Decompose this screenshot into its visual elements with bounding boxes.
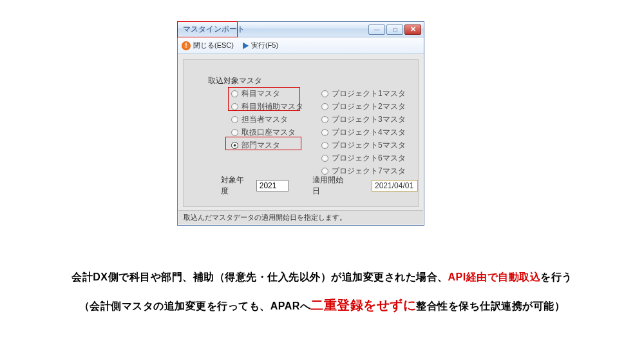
radio-icon [231,103,238,110]
radio-bumon[interactable]: 部門マスタ [231,140,303,151]
radio-label: プロジェクト4マスタ [332,127,406,138]
radio-toriatsukai[interactable]: 取扱口座マスタ [231,127,303,138]
radio-label: プロジェクト6マスタ [332,153,406,164]
caption-2a: （会計側マスタの追加変更を行っても、APARへ [79,300,311,311]
close-esc-icon: ! [182,41,191,50]
client-area: 取込対象マスタ 科目マスタ 科目別補助マスタ 担当者マスタ 取扱口座マスタ 部門… [183,59,419,207]
radio-label: 科目マスタ [242,88,280,99]
radio-group-left: 科目マスタ 科目別補助マスタ 担当者マスタ 取扱口座マスタ 部門マスタ [231,88,303,151]
radio-icon [321,129,328,136]
radio-icon [231,116,238,123]
toolbar: ! 閉じる(ESC) 実行(F5) [178,37,424,54]
radio-icon [231,129,238,136]
caption-2b: 二重登録をせずに [310,298,416,312]
year-label: 対象年度 [221,175,251,197]
minimize-button[interactable]: — [368,25,385,35]
close-button[interactable]: ! 閉じる(ESC) [182,41,234,50]
radio-project2[interactable]: プロジェクト2マスタ [321,101,406,112]
radio-label: 取扱口座マスタ [242,127,296,138]
caption-line-1: 会計DX側で科目や部門、補助（得意先・仕入先以外）が追加変更された場合、API経… [0,271,644,284]
radio-label: 担当者マスタ [242,114,288,125]
radio-project3[interactable]: プロジェクト3マスタ [321,114,406,125]
master-import-dialog: マスタインポート — ◻ ✕ ! 閉じる(ESC) 実行(F5) 取込対象マスタ… [177,21,424,226]
radio-icon [321,142,328,149]
status-text: 取込んだマスタデータの適用開始日を指定します。 [184,213,346,222]
radio-project4[interactable]: プロジェクト4マスタ [321,127,406,138]
close-label: 閉じる(ESC) [193,41,234,50]
date-input[interactable] [372,180,418,191]
radio-project6[interactable]: プロジェクト6マスタ [321,153,406,164]
run-button[interactable]: 実行(F5) [243,41,278,50]
maximize-button[interactable]: ◻ [386,25,403,35]
radio-kamokubetsu[interactable]: 科目別補助マスタ [231,101,303,112]
title-bar: マスタインポート — ◻ ✕ [178,22,424,37]
radio-label: プロジェクト2マスタ [332,101,406,112]
caption-line-2: （会計側マスタの追加変更を行っても、APARへ二重登録をせずに整合性を保ち仕訳連… [0,297,644,314]
window-title: マスタインポート [183,24,245,35]
year-row: 対象年度 適用開始日 [221,175,418,197]
radio-kamoku[interactable]: 科目マスタ [231,88,303,99]
radio-label: 科目別補助マスタ [242,101,303,112]
radio-icon [231,142,238,149]
radio-label: プロジェクト1マスタ [332,88,406,99]
radio-project5[interactable]: プロジェクト5マスタ [321,140,406,151]
radio-tantousha[interactable]: 担当者マスタ [231,114,303,125]
radio-icon [321,90,328,97]
play-icon [243,43,249,49]
run-label: 実行(F5) [251,41,278,50]
minimize-icon: — [374,26,380,33]
caption-1c: を行う [540,271,573,282]
radio-label: 部門マスタ [242,140,280,151]
radio-icon [231,90,238,97]
caption-1a: 会計DX側で科目や部門、補助（得意先・仕入先以外）が追加変更された場合、 [71,271,448,282]
year-input[interactable] [256,180,289,191]
maximize-icon: ◻ [393,26,397,33]
radio-icon [321,168,328,175]
group-label: 取込対象マスタ [208,75,262,86]
close-icon: ✕ [410,25,416,34]
caption-2c: 整合性を保ち仕訳連携が可能） [416,300,565,311]
radio-label: プロジェクト3マスタ [332,114,406,125]
window-buttons: — ◻ ✕ [368,25,421,35]
radio-icon [321,116,328,123]
radio-icon [321,103,328,110]
date-label: 適用開始日 [312,175,350,197]
status-bar: 取込んだマスタデータの適用開始日を指定します。 [178,210,423,224]
window-close-button[interactable]: ✕ [404,25,421,35]
caption-1b: API経由で自動取込 [448,271,541,282]
radio-project1[interactable]: プロジェクト1マスタ [321,88,406,99]
radio-label: プロジェクト5マスタ [332,140,406,151]
radio-icon [321,155,328,162]
radio-group-right: プロジェクト1マスタ プロジェクト2マスタ プロジェクト3マスタ プロジェクト4… [321,88,406,177]
